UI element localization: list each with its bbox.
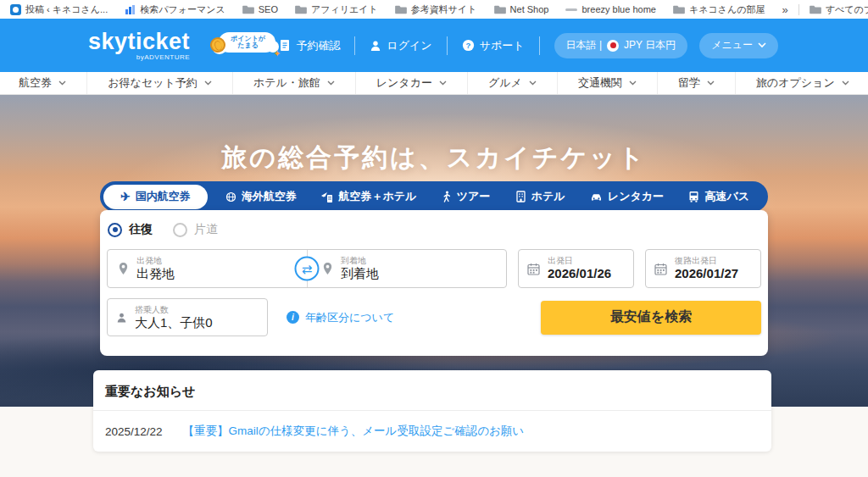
- tab-highway-bus[interactable]: 高速バス: [682, 185, 756, 209]
- chevron-down-icon: [327, 80, 335, 86]
- nav-item-set-deals[interactable]: お得なセット予約: [86, 72, 232, 94]
- header-divider: [354, 36, 355, 55]
- nav-label: ホテル・旅館: [253, 75, 320, 91]
- dash-favicon-icon: [565, 8, 577, 11]
- nav-item-gourmet[interactable]: グルメ: [467, 72, 557, 94]
- menu-button[interactable]: メニュー: [699, 33, 778, 58]
- bookmark-item[interactable]: 投稿 ‹ キネコさん...: [10, 3, 108, 16]
- passengers-field[interactable]: 搭乗人数 大人1、子供0: [107, 298, 268, 336]
- currency-label: JPY 日本円: [624, 38, 676, 53]
- walking-person-icon: [442, 191, 452, 202]
- bookmark-item[interactable]: SEO: [242, 4, 278, 14]
- chevron-down-icon: [204, 80, 212, 86]
- important-notice-card: 重要なお知らせ 2025/12/22 【重要】Gmailの仕様変更に伴う、メール…: [93, 370, 771, 452]
- route-box: 出発地 出発地 ⇄ 到着地 到着地: [107, 249, 507, 288]
- folder-icon: [295, 4, 307, 14]
- bookmark-label: 投稿 ‹ キネコさん...: [25, 3, 108, 16]
- document-icon: [279, 39, 291, 52]
- support-link[interactable]: ? サポート: [462, 38, 525, 53]
- swap-arrows-icon: ⇄: [302, 261, 313, 276]
- airplane-icon: ✈: [120, 191, 131, 202]
- locale-currency-button[interactable]: 日本語 | JPY 日本円: [554, 33, 688, 58]
- age-category-link[interactable]: i 年齢区分について: [287, 310, 394, 325]
- bookmark-item[interactable]: Net Shop: [494, 4, 549, 14]
- tab-domestic-flights[interactable]: ✈ 国内航空券: [103, 185, 208, 209]
- svg-text:?: ?: [465, 41, 470, 50]
- departure-value: 出発地: [136, 266, 175, 281]
- arrival-field[interactable]: 到着地 到着地: [302, 250, 506, 287]
- bookmarks-bar: 投稿 ‹ キネコさん... 検索パフォーマンス SEO アフィリエイト 参考資料…: [0, 0, 868, 19]
- folder-icon: [395, 4, 407, 14]
- oneway-radio[interactable]: 片道: [173, 222, 218, 237]
- folder-icon: [242, 4, 254, 14]
- header-divider: [539, 36, 540, 55]
- passengers-value: 大人1、子供0: [135, 315, 213, 330]
- bookmark-item[interactable]: 参考資料サイト: [395, 3, 477, 16]
- tab-flight-plus-hotel[interactable]: 航空券＋ホテル: [314, 185, 423, 209]
- chevron-down-icon: [58, 80, 66, 86]
- login-label: ログイン: [387, 38, 431, 53]
- tab-label: 海外航空券: [242, 189, 297, 204]
- globe-plane-icon: [225, 191, 236, 202]
- flight-search-form: 往復 片道 出発地 出発地 ⇄: [100, 210, 768, 356]
- all-bookmarks-button[interactable]: すべてのブックマーク: [810, 3, 868, 16]
- plane-hotel-icon: [321, 191, 333, 202]
- location-pin-icon: [322, 262, 333, 275]
- nav-label: 留学: [678, 75, 700, 91]
- departure-label: 出発地: [136, 256, 175, 266]
- nav-label: グルメ: [488, 75, 522, 91]
- nav-label: お得なセット予約: [108, 75, 198, 91]
- bookmarks-overflow-chevron[interactable]: »: [782, 3, 787, 16]
- departure-field[interactable]: 出発地 出発地: [108, 250, 302, 287]
- chevron-down-icon: [707, 80, 715, 86]
- chevron-down-icon: [439, 80, 447, 86]
- japan-flag-icon: [607, 40, 619, 52]
- booking-check-link[interactable]: 予約確認: [279, 38, 340, 53]
- arrival-label: 到着地: [341, 256, 379, 266]
- tab-rentacar[interactable]: レンタカー: [583, 185, 670, 209]
- support-label: サポート: [480, 38, 525, 53]
- nav-item-transport[interactable]: 交通機関: [557, 72, 657, 94]
- nav-item-hotels[interactable]: ホテル・旅館: [232, 72, 355, 94]
- locale-label: 日本語 |: [566, 38, 602, 53]
- notice-item: 2025/12/22 【重要】Gmailの仕様変更に伴う、メール受取設定ご確認の…: [93, 411, 771, 452]
- tab-label: 高速バス: [704, 189, 749, 204]
- bookmark-item[interactable]: 検索パフォーマンス: [125, 3, 225, 16]
- car-icon: [590, 191, 603, 202]
- nav-item-flights[interactable]: 航空券: [0, 72, 86, 94]
- chevron-down-icon: [629, 80, 637, 86]
- bookmark-item[interactable]: アフィリエイト: [295, 3, 378, 16]
- search-lowest-fare-button[interactable]: 最安値を検索: [541, 301, 761, 335]
- bookmark-label: キネコさんの部屋: [689, 3, 765, 16]
- points-badge: ポイントが たまる ✦: [203, 31, 279, 61]
- trip-type-group: 往復 片道: [108, 222, 218, 237]
- nav-item-rentacar[interactable]: レンタカー: [355, 72, 467, 94]
- bookmark-item[interactable]: キネコさんの部屋: [673, 3, 765, 16]
- roundtrip-label: 往復: [129, 222, 153, 237]
- passengers-label: 搭乗人数: [135, 305, 213, 315]
- person-icon: [370, 40, 381, 52]
- bookmark-label: breezy blue home: [581, 4, 655, 14]
- chevron-down-icon: [529, 80, 537, 86]
- bookmark-label: アフィリエイト: [311, 3, 378, 16]
- bus-icon: [688, 191, 699, 202]
- bookmark-label: 参考資料サイト: [411, 3, 477, 16]
- swap-route-button[interactable]: ⇄: [295, 257, 320, 281]
- depart-date-field[interactable]: 出発日 2026/01/26: [518, 249, 634, 288]
- tab-tours[interactable]: ツアー: [435, 185, 498, 209]
- login-link[interactable]: ログイン: [370, 38, 431, 53]
- chevron-down-icon: [758, 42, 766, 48]
- nav-label: 航空券: [19, 75, 52, 91]
- return-date-field[interactable]: 復路出発日 2026/01/27: [645, 249, 761, 288]
- nav-item-travel-options[interactable]: 旅のオプション: [735, 72, 868, 94]
- tab-label: 航空券＋ホテル: [338, 189, 416, 204]
- roundtrip-radio[interactable]: 往復: [108, 222, 153, 237]
- notice-link[interactable]: 【重要】Gmailの仕様変更に伴う、メール受取設定ご確認のお願い: [183, 424, 525, 439]
- radio-selected-icon: [108, 223, 122, 237]
- tab-international-flights[interactable]: 海外航空券: [219, 185, 303, 209]
- tab-hotels[interactable]: ホテル: [509, 185, 572, 209]
- nav-item-study-abroad[interactable]: 留学: [657, 72, 735, 94]
- skyticket-logo[interactable]: skyticket byADVENTURE: [88, 31, 190, 61]
- route-and-dates-row: 出発地 出発地 ⇄ 到着地 到着地: [107, 249, 761, 288]
- bookmark-item[interactable]: breezy blue home: [565, 4, 655, 14]
